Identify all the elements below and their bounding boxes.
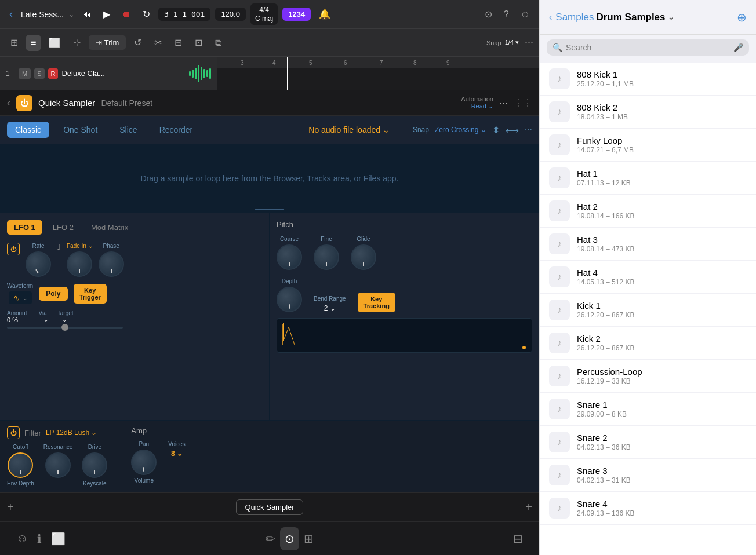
metronome-icon[interactable]: 🔔 [315, 6, 334, 22]
lfo-power-button[interactable]: ⏻ [7, 243, 20, 255]
sample-list-item[interactable]: ♪ Percussion-Loop 16.12.19 – 33 KB [540, 360, 756, 393]
track-solo-button[interactable]: S [34, 68, 44, 79]
target-value[interactable]: – ⌄ [57, 316, 74, 323]
phase-knob[interactable] [99, 251, 124, 277]
add-left-button[interactable]: + [7, 501, 14, 514]
tab-lfo1[interactable]: LFO 1 [7, 220, 42, 235]
tab-classic[interactable]: Classic [7, 122, 49, 138]
mic-icon[interactable]: 🎤 [733, 43, 743, 52]
project-chevron-icon[interactable]: ⌄ [68, 10, 74, 19]
search-input[interactable] [566, 43, 730, 52]
transport-icon-2[interactable]: ? [500, 7, 513, 22]
select-button[interactable]: ⊡ [190, 34, 207, 51]
add-right-button[interactable]: + [525, 501, 532, 514]
depth-knob[interactable] [277, 287, 302, 312]
pitch-title: Pitch [277, 220, 532, 229]
tab-oneshot[interactable]: One Shot [55, 122, 106, 138]
key-tracking-button[interactable]: Key Tracking [358, 293, 395, 312]
plugin-power-button[interactable]: ⏻ [16, 95, 32, 111]
via-value[interactable]: – ⌄ [38, 316, 48, 323]
toolbar-more-button[interactable]: ··· [525, 36, 533, 49]
plugin-back-button[interactable]: ‹ [7, 97, 10, 109]
tab-lfo2[interactable]: LFO 2 [46, 220, 81, 235]
coarse-knob[interactable] [277, 244, 302, 270]
voices-value[interactable]: 8 ⌄ [171, 450, 183, 458]
cycle-button[interactable]: ↻ [139, 6, 154, 22]
sample-list-item[interactable]: ♪ Hat 4 14.05.13 – 512 KB [540, 261, 756, 294]
dock-button-2[interactable]: ℹ [32, 527, 46, 550]
plugin-handle[interactable]: ⋮⋮ [514, 97, 532, 108]
sample-list-item[interactable]: ♪ Snare 1 29.09.00 – 8 KB [540, 393, 756, 426]
transport-icon-1[interactable]: ⊙ [481, 6, 496, 22]
tab-slice[interactable]: Slice [111, 122, 145, 138]
pin-button[interactable]: ⊹ [68, 34, 85, 51]
dock-button-1[interactable]: ☺ [12, 527, 32, 550]
poly-button[interactable]: Poly [39, 287, 67, 301]
drum-samples-chevron-icon[interactable]: ⌄ [668, 13, 674, 21]
trim-button[interactable]: ⇥ Trim [89, 35, 126, 50]
sample-list-item[interactable]: ♪ Hat 2 19.08.14 – 166 KB [540, 195, 756, 228]
no-audio-label[interactable]: No audio file loaded ⌄ [308, 125, 390, 134]
snap-value[interactable]: 1/4 ▾ [505, 39, 519, 46]
skip-back-button[interactable]: ⏮ [79, 7, 95, 22]
sample-list-item[interactable]: ♪ Snare 4 24.09.13 – 136 KB [540, 492, 756, 525]
fine-knob[interactable] [314, 244, 339, 270]
dock-button-6[interactable]: ⊞ [299, 527, 318, 550]
waveform-area[interactable]: Drag a sample or loop here from the Brow… [0, 144, 539, 213]
zero-crossing-selector[interactable]: Zero Crossing ⌄ [435, 126, 486, 134]
record-button[interactable]: ⏺ [118, 7, 135, 22]
count-in-button[interactable]: 1234 [282, 8, 311, 21]
transport-icon-3[interactable]: ☺ [517, 7, 533, 22]
qs-more-button[interactable]: ··· [525, 125, 532, 135]
play-button[interactable]: ▶ [100, 6, 114, 22]
scissors-button[interactable]: ✂ [150, 34, 166, 51]
amount-slider[interactable] [7, 327, 123, 329]
copy-button[interactable]: ⧉ [210, 35, 226, 51]
key-trigger-button[interactable]: Key Trigger [74, 284, 107, 304]
drive-knob[interactable] [82, 452, 107, 478]
tab-recorder[interactable]: Recorder [151, 122, 201, 138]
tab-mod-matrix[interactable]: Mod Matrix [84, 220, 135, 235]
automation-value[interactable]: Read ⌄ [461, 103, 493, 110]
fade-in-knob[interactable] [67, 251, 92, 277]
bend-range-value[interactable]: 2 ⌄ [324, 304, 336, 312]
resonance-knob[interactable] [45, 452, 71, 478]
lfo-note-icon[interactable]: ♩ [57, 243, 61, 252]
sample-list-item[interactable]: ♪ Kick 2 26.12.20 – 867 KB [540, 327, 756, 360]
quick-sampler-badge[interactable]: Quick Sampler [236, 499, 303, 515]
screen-view-button[interactable]: ⬜ [44, 34, 65, 51]
plugin-preset[interactable]: Default Preset [101, 98, 152, 108]
glide-knob[interactable] [351, 244, 376, 270]
pan-knob[interactable] [131, 450, 157, 475]
sample-list-item[interactable]: ♪ Snare 2 04.02.13 – 36 KB [540, 426, 756, 459]
sample-list-item[interactable]: ♪ Hat 3 19.08.14 – 473 KB [540, 228, 756, 261]
qs-updown-button[interactable]: ⬍ [492, 125, 500, 136]
cutoff-knob[interactable] [8, 452, 33, 478]
dock-button-5[interactable]: ⊙ [280, 527, 299, 550]
track-record-button[interactable]: R [48, 68, 59, 79]
track-mute-button[interactable]: M [19, 68, 31, 79]
grid-view-button[interactable]: ⊞ [6, 34, 23, 51]
tempo-display[interactable]: 120.0 [215, 8, 246, 21]
dock-button-4[interactable]: ✏ [261, 527, 280, 550]
filter-type-selector[interactable]: LP 12dB Lush ⌄ [46, 429, 97, 437]
samples-back-button[interactable]: Samples [555, 12, 594, 23]
lfo-rate-knob[interactable] [26, 251, 51, 277]
add-sample-button[interactable]: ⊕ [737, 10, 747, 24]
dock-button-3[interactable]: ⬜ [46, 527, 70, 550]
plugin-more-button[interactable]: ··· [499, 97, 508, 109]
qs-expand-button[interactable]: ⟷ [506, 125, 519, 136]
sample-list-item[interactable]: ♪ Funky Loop 14.07.21 – 6,7 MB [540, 129, 756, 162]
dock-button-7[interactable]: ⊟ [508, 527, 528, 550]
sample-list-item[interactable]: ♪ Hat 1 07.11.13 – 12 KB [540, 162, 756, 195]
nav-back-button[interactable]: ‹ [6, 6, 16, 23]
loop-button[interactable]: ↺ [129, 34, 146, 51]
waveform-selector[interactable]: ∿ ⌄ [9, 291, 32, 304]
sample-list-item[interactable]: ♪ 808 Kick 2 18.04.23 – 1 MB [540, 96, 756, 129]
filter-power-button[interactable]: ⏻ [7, 426, 20, 439]
list-view-button[interactable]: ≡ [26, 35, 41, 51]
sample-list-item[interactable]: ♪ 808 Kick 1 25.12.20 – 1,1 MB [540, 63, 756, 96]
sample-list-item[interactable]: ♪ Kick 1 26.12.20 – 867 KB [540, 294, 756, 327]
sample-list-item[interactable]: ♪ Snare 3 04.02.13 – 31 KB [540, 459, 756, 492]
split-button[interactable]: ⊟ [170, 34, 187, 51]
